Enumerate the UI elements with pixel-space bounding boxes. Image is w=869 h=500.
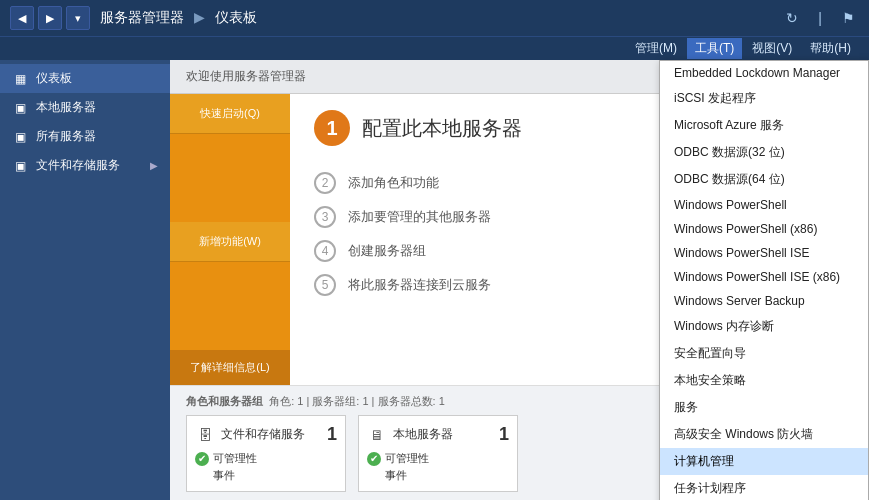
menu-items: 管理(M) 工具(T) 视图(V) 帮助(H) — [627, 38, 859, 59]
sidebar-label-local-server: 本地服务器 — [36, 99, 158, 116]
local-server-status-icon: ✔ — [367, 452, 381, 466]
local-server-card: 🖥 本地服务器 1 ✔ 可管理性 事件 — [358, 415, 518, 492]
tools-menu-item-firewall[interactable]: 高级安全 Windows 防火墙 — [660, 421, 868, 448]
qs-spacer2 — [170, 262, 290, 350]
app-name: 服务器管理器 — [100, 9, 184, 25]
step-number-1: 1 — [314, 110, 350, 146]
dashboard-icon: ▦ — [12, 71, 28, 87]
file-storage-icon: ▣ — [12, 158, 28, 174]
file-storage-event[interactable]: 事件 — [195, 468, 337, 483]
learn-details-btn[interactable]: 了解详细信息(L) — [170, 350, 290, 385]
tools-menu-item-iscsi[interactable]: iSCSI 发起程序 — [660, 85, 868, 112]
local-server-status: ✔ 可管理性 — [367, 451, 509, 466]
app-title: 服务器管理器 ▶ 仪表板 — [100, 9, 781, 27]
menu-view[interactable]: 视图(V) — [744, 38, 800, 59]
file-storage-status-icon: ✔ — [195, 452, 209, 466]
step-num-4: 4 — [314, 240, 336, 262]
tools-menu-item-azure[interactable]: Microsoft Azure 服务 — [660, 112, 868, 139]
local-server-event[interactable]: 事件 — [367, 468, 509, 483]
menu-manage[interactable]: 管理(M) — [627, 38, 685, 59]
tools-menu-item-powershell-ise-x86[interactable]: Windows PowerShell ISE (x86) — [660, 265, 868, 289]
back-button[interactable]: ◀ — [10, 6, 34, 30]
sidebar-item-dashboard[interactable]: ▦ 仪表板 — [0, 64, 170, 93]
file-storage-card-title[interactable]: 文件和存储服务 — [221, 426, 321, 443]
sidebar-label-dashboard: 仪表板 — [36, 70, 158, 87]
qs-spacer — [170, 134, 290, 222]
flag-button[interactable]: ⚑ — [837, 7, 859, 29]
forward-button[interactable]: ▶ — [38, 6, 62, 30]
tools-menu-item-services[interactable]: 服务 — [660, 394, 868, 421]
local-server-status-label: 可管理性 — [385, 451, 429, 466]
roles-sublabel: 角色: 1 | 服务器组: 1 | 服务器总数: 1 — [269, 395, 445, 407]
tools-menu-item-odbc32[interactable]: ODBC 数据源(32 位) — [660, 139, 868, 166]
local-server-card-icon: 🖥 — [367, 425, 387, 445]
step-text-4[interactable]: 创建服务器组 — [348, 242, 426, 260]
file-storage-arrow: ▶ — [150, 160, 158, 171]
local-server-card-title[interactable]: 本地服务器 — [393, 426, 493, 443]
quick-start-btn[interactable]: 快速启动(Q) — [170, 94, 290, 134]
step-num-2: 2 — [314, 172, 336, 194]
card-header-local: 🖥 本地服务器 1 — [367, 424, 509, 445]
title-actions: ↻ | ⚑ — [781, 7, 859, 29]
sidebar: ▦ 仪表板 ▣ 本地服务器 ▣ 所有服务器 ▣ 文件和存储服务 ▶ — [0, 60, 170, 500]
tools-menu-item-server-backup[interactable]: Windows Server Backup — [660, 289, 868, 313]
tools-dropdown: Embedded Lockdown ManageriSCSI 发起程序Micro… — [659, 60, 869, 500]
title-separator: ▶ — [194, 9, 209, 25]
current-page: 仪表板 — [215, 9, 257, 25]
file-storage-card: 🗄 文件和存储服务 1 ✔ 可管理性 事件 — [186, 415, 346, 492]
refresh-button[interactable]: ↻ — [781, 7, 803, 29]
file-storage-status-label: 可管理性 — [213, 451, 257, 466]
local-server-icon: ▣ — [12, 100, 28, 116]
tools-menu-item-embedded-lockdown[interactable]: Embedded Lockdown Manager — [660, 61, 868, 85]
tools-menu-item-powershell[interactable]: Windows PowerShell — [660, 193, 868, 217]
step-text-5[interactable]: 将此服务器连接到云服务 — [348, 276, 491, 294]
menu-help[interactable]: 帮助(H) — [802, 38, 859, 59]
tools-menu-item-powershell-x86[interactable]: Windows PowerShell (x86) — [660, 217, 868, 241]
menu-bar: 管理(M) 工具(T) 视图(V) 帮助(H) — [0, 36, 869, 60]
card-header-file: 🗄 文件和存储服务 1 — [195, 424, 337, 445]
sidebar-item-local-server[interactable]: ▣ 本地服务器 — [0, 93, 170, 122]
new-features-btn[interactable]: 新增功能(W) — [170, 222, 290, 262]
sidebar-item-all-servers[interactable]: ▣ 所有服务器 — [0, 122, 170, 151]
tools-menu-item-odbc64[interactable]: ODBC 数据源(64 位) — [660, 166, 868, 193]
tools-menu-item-computer-mgmt[interactable]: 计算机管理 — [660, 448, 868, 475]
sidebar-label-all-servers: 所有服务器 — [36, 128, 158, 145]
file-storage-status: ✔ 可管理性 — [195, 451, 337, 466]
step-num-5: 5 — [314, 274, 336, 296]
step-text-3[interactable]: 添加要管理的其他服务器 — [348, 208, 491, 226]
local-server-card-count: 1 — [499, 424, 509, 445]
nav-buttons: ◀ ▶ ▾ — [10, 6, 90, 30]
tools-menu-item-memory-diag[interactable]: Windows 内存诊断 — [660, 313, 868, 340]
dropdown-button[interactable]: ▾ — [66, 6, 90, 30]
tools-menu-item-powershell-ise[interactable]: Windows PowerShell ISE — [660, 241, 868, 265]
separator-pipe: | — [809, 7, 831, 29]
sidebar-item-file-storage[interactable]: ▣ 文件和存储服务 ▶ — [0, 151, 170, 180]
file-storage-card-icon: 🗄 — [195, 425, 215, 445]
main-welcome-title: 配置此本地服务器 — [362, 115, 522, 142]
title-bar: ◀ ▶ ▾ 服务器管理器 ▶ 仪表板 ↻ | ⚑ — [0, 0, 869, 36]
menu-tools[interactable]: 工具(T) — [687, 38, 742, 59]
file-storage-card-count: 1 — [327, 424, 337, 445]
step-text-2[interactable]: 添加角色和功能 — [348, 174, 439, 192]
tools-menu-item-security-wizard[interactable]: 安全配置向导 — [660, 340, 868, 367]
tools-menu-item-local-security[interactable]: 本地安全策略 — [660, 367, 868, 394]
all-servers-icon: ▣ — [12, 129, 28, 145]
quick-start-panel: 快速启动(Q) 新增功能(W) 了解详细信息(L) — [170, 94, 290, 385]
step-num-3: 3 — [314, 206, 336, 228]
tools-menu-item-task-scheduler[interactable]: 任务计划程序 — [660, 475, 868, 500]
sidebar-label-file-storage: 文件和存储服务 — [36, 157, 142, 174]
